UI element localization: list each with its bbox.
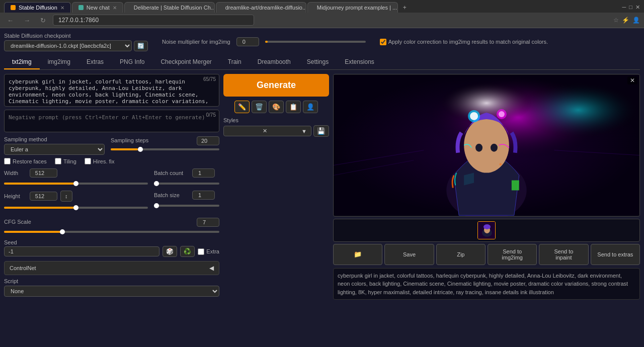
- styles-section: Styles ✕ ▼ 💾: [223, 117, 329, 137]
- styles-input[interactable]: ✕ ▼: [223, 126, 311, 136]
- restore-faces-checkbox[interactable]: Restore faces: [4, 158, 47, 164]
- prompt-input[interactable]: cyberpunk girl in jacket, colorful tatto…: [5, 74, 219, 105]
- tab-dreambooth[interactable]: Dreambooth: [250, 55, 299, 69]
- tab-dreamlike[interactable]: dreamlike-art/dreamlike-diffusio... ✕: [216, 2, 306, 13]
- prompt-box: cyberpunk girl in jacket, colorful tatto…: [4, 74, 219, 107]
- bookmark-icon[interactable]: ☆: [613, 17, 619, 24]
- randomize-seed-button[interactable]: 🎲: [163, 246, 177, 257]
- send-img2img-button[interactable]: Send toimg2img: [488, 244, 537, 265]
- svg-point-21: [484, 224, 491, 229]
- styles-clear-icon[interactable]: ✕: [263, 128, 267, 134]
- tab-label: Stable Diffusion: [19, 5, 57, 11]
- script-section: Script None: [4, 278, 219, 297]
- recycle-seed-button[interactable]: ♻️: [180, 246, 195, 257]
- neg-prompt-char-count: 0/75: [206, 112, 216, 118]
- send-inpaint-button[interactable]: Send toinpaint: [539, 244, 588, 265]
- tab-extras[interactable]: Extras: [78, 55, 112, 69]
- save-button[interactable]: Save: [384, 244, 434, 265]
- new-tab-button[interactable]: +: [399, 3, 411, 12]
- noise-label: Noise multiplier for img2img: [162, 39, 230, 45]
- steps-thumb: [138, 147, 143, 152]
- maximize-icon[interactable]: □: [629, 4, 632, 11]
- toolbar-icons: ✏️ 🗑️ 🎨 📋 👤: [223, 101, 329, 113]
- trash-icon-button[interactable]: 🗑️: [252, 101, 267, 113]
- restore-faces-label: Restore faces: [13, 158, 47, 164]
- width-input[interactable]: [30, 168, 57, 178]
- seed-row: 🎲 ♻️ Extra: [4, 246, 219, 257]
- zip-button[interactable]: Zip: [436, 244, 486, 265]
- tab-png-info[interactable]: PNG Info: [112, 55, 152, 69]
- forward-button[interactable]: →: [21, 16, 33, 25]
- cfg-slider[interactable]: [4, 229, 219, 235]
- tab-deliberate[interactable]: Deliberate | Stable Diffusion Ch... ✕: [124, 2, 215, 13]
- person-icon-button[interactable]: 👤: [303, 101, 318, 113]
- tab-txt2img[interactable]: txt2img: [4, 55, 40, 69]
- tab-checkpoint-merger[interactable]: Checkpoint Merger: [152, 55, 219, 69]
- color-correction-label: Apply color correction to img2img result…: [388, 39, 548, 45]
- controlnet-section[interactable]: ControlNet ◀: [4, 261, 219, 275]
- swap-dims-button[interactable]: ↕: [60, 191, 72, 202]
- checkpoint-select[interactable]: dreamlike-diffusion-1.0.ckpt [0aecbcfa2c…: [4, 40, 132, 51]
- tab-train[interactable]: Train: [220, 55, 250, 69]
- controlnet-toggle-icon[interactable]: ◀: [209, 265, 214, 272]
- reload-button[interactable]: ↻: [37, 16, 49, 25]
- styles-label: Styles: [223, 117, 329, 123]
- seed-label: Seed: [4, 239, 17, 245]
- tab-settings[interactable]: Settings: [299, 55, 337, 69]
- extensions-icon[interactable]: ⚡: [622, 17, 629, 24]
- open-folder-button[interactable]: 📁: [333, 244, 382, 265]
- batch-size-input[interactable]: [192, 191, 215, 200]
- steps-input[interactable]: [197, 136, 219, 145]
- tab-img2img[interactable]: img2img: [40, 55, 78, 69]
- close-icon[interactable]: ✕: [60, 5, 64, 11]
- batch-count-input[interactable]: [192, 168, 215, 178]
- prompt-char-count: 65/75: [203, 76, 216, 82]
- tab-extensions[interactable]: Extensions: [337, 55, 382, 69]
- height-input[interactable]: [30, 192, 57, 201]
- send-extras-button[interactable]: Send to extras: [591, 244, 640, 265]
- noise-slider-track[interactable]: [265, 41, 366, 43]
- paint-icon-button[interactable]: 🎨: [269, 101, 284, 113]
- steps-label: Sampling steps: [111, 137, 148, 143]
- noise-slider-fill: [265, 41, 268, 43]
- pencil-icon-button[interactable]: ✏️: [234, 101, 250, 113]
- profile-icon[interactable]: 👤: [632, 17, 640, 24]
- close-window-icon[interactable]: ✕: [635, 4, 640, 11]
- sampling-method-select[interactable]: Euler a: [4, 144, 105, 155]
- url-input[interactable]: 127.0.0.1:7860: [53, 15, 254, 26]
- steps-fill: [111, 148, 138, 150]
- tab-midjourney[interactable]: Midjourney prompt examples | ... ✕: [307, 2, 398, 13]
- height-slider[interactable]: [4, 205, 148, 211]
- seed-extra-checkbox[interactable]: Extra: [198, 248, 219, 255]
- close-icon[interactable]: ✕: [113, 5, 117, 11]
- back-button[interactable]: ←: [4, 16, 17, 25]
- width-fill: [4, 183, 76, 185]
- paste-icon-button[interactable]: 📋: [286, 101, 301, 113]
- hires-fix-checkbox[interactable]: Hires. fix: [85, 158, 115, 164]
- tab-bar: Stable Diffusion ✕ New chat ✕ Deliberate…: [0, 0, 644, 13]
- tab-new-chat[interactable]: New chat ✕: [72, 2, 123, 13]
- batch-size-label: Batch size: [154, 192, 189, 198]
- styles-save-button[interactable]: 💾: [313, 125, 329, 137]
- steps-slider[interactable]: [111, 148, 219, 150]
- thumbnail-item[interactable]: [477, 221, 496, 239]
- generate-button[interactable]: Generate: [223, 74, 329, 97]
- tab-stable-diffusion[interactable]: Stable Diffusion ✕: [4, 2, 71, 13]
- negative-prompt-input[interactable]: [5, 110, 219, 130]
- image-close-button[interactable]: ✕: [627, 76, 637, 84]
- noise-input[interactable]: [236, 37, 259, 46]
- cfg-input[interactable]: [197, 218, 219, 227]
- batch-count-slider[interactable]: [154, 181, 219, 187]
- seed-input[interactable]: [4, 246, 159, 256]
- script-select[interactable]: None: [4, 286, 219, 297]
- batch-size-slider[interactable]: [154, 203, 219, 209]
- tiling-checkbox[interactable]: Tiling: [55, 158, 76, 164]
- minimize-icon[interactable]: ─: [622, 4, 626, 11]
- controlnet-label: ControlNet: [10, 265, 36, 271]
- svg-rect-13: [512, 181, 519, 191]
- height-fill: [4, 207, 76, 209]
- color-correction-checkbox[interactable]: [380, 39, 386, 45]
- styles-dropdown-icon[interactable]: ▼: [301, 128, 307, 134]
- width-slider[interactable]: [4, 181, 148, 187]
- refresh-checkpoint-button[interactable]: 🔄: [134, 41, 148, 51]
